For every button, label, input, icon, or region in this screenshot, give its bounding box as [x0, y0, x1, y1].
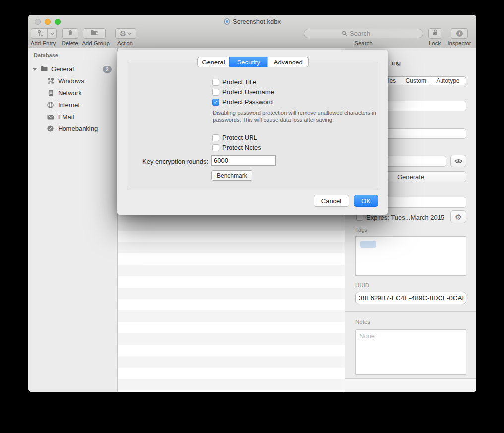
protect-notes-checkbox[interactable] [212, 144, 219, 151]
window-title-area: Screenshot.kdbx [28, 18, 476, 25]
info-icon: i [456, 30, 463, 37]
protect-title-label: Protect Title [222, 78, 256, 86]
delete-button[interactable] [62, 28, 78, 39]
protect-url-row: Protect URL [212, 134, 257, 141]
inspector-tabs: Files Custom Autotype [377, 76, 466, 85]
sidebar-item-label: Homebanking [58, 125, 98, 132]
envelope-icon [47, 113, 55, 122]
inspector-footer [345, 378, 476, 392]
folder-icon [40, 65, 48, 74]
sidebar-item-label: Network [58, 89, 82, 97]
search-label: Search [304, 40, 423, 46]
password-protection-warning: Disabling password protection will remov… [213, 110, 383, 123]
protect-password-row: Protect Password [212, 98, 273, 106]
tags-label: Tags [355, 227, 367, 233]
protect-url-label: Protect URL [222, 134, 257, 141]
tab-advanced[interactable]: Advanced [267, 57, 308, 67]
search-input[interactable] [350, 30, 385, 37]
tag-token[interactable] [360, 241, 376, 248]
reveal-password-button[interactable] [450, 155, 466, 167]
notes-label: Notes [355, 319, 370, 325]
document-proxy-icon [224, 18, 230, 25]
tags-field[interactable] [355, 236, 466, 276]
notes-textarea[interactable] [355, 329, 466, 375]
sidebar: Database General 2 Windows [28, 48, 118, 392]
sidebar-item-label: Internet [58, 101, 80, 109]
sidebar-item-label: EMail [58, 113, 74, 121]
globe-icon [47, 101, 54, 111]
protect-title-checkbox[interactable] [212, 79, 219, 86]
folder-plus-icon [90, 29, 98, 38]
protect-title-row: Protect Title [212, 78, 256, 86]
trash-icon [67, 29, 74, 38]
protect-password-label: Protect Password [222, 98, 273, 106]
uuid-label: UUID [355, 282, 369, 288]
percent-icon [47, 125, 54, 134]
expires-settings-button[interactable]: ⚙ [450, 210, 466, 223]
sidebar-item-general[interactable]: General 2 [28, 63, 117, 75]
gear-icon: ⚙ [455, 213, 461, 221]
tab-autotype[interactable]: Autotype [430, 77, 466, 85]
protect-url-checkbox[interactable] [212, 134, 219, 141]
action-button[interactable]: ⚙ [115, 28, 136, 39]
gear-icon: ⚙ [120, 30, 126, 37]
protect-username-label: Protect Username [222, 88, 274, 96]
add-entry-button[interactable] [31, 28, 57, 39]
dialog-tabs: General Security Advanced [197, 57, 309, 67]
inspector-label: Inspector [447, 40, 472, 46]
key-encryption-rounds-input[interactable] [211, 155, 276, 166]
sidebar-item-network[interactable]: Network [28, 87, 117, 99]
server-icon [47, 89, 54, 99]
protect-notes-row: Protect Notes [212, 144, 261, 151]
unlocked-padlock-icon [432, 29, 439, 38]
lock-button[interactable] [428, 28, 441, 39]
chevron-down-icon [128, 32, 132, 35]
tab-custom[interactable]: Custom [402, 77, 430, 85]
sidebar-item-homebanking[interactable]: Homebanking [28, 123, 117, 135]
add-entry-label: Add Entry [28, 40, 58, 46]
action-label: Action [112, 40, 138, 46]
window-title: Screenshot.kdbx [233, 18, 281, 25]
protect-notes-label: Protect Notes [222, 144, 261, 151]
inspector-button[interactable]: i [451, 28, 468, 39]
expires-checkbox[interactable] [356, 214, 363, 221]
sidebar-item-internet[interactable]: Internet [28, 99, 117, 111]
inspector-title-fragment: ing [392, 59, 401, 66]
protect-username-row: Protect Username [212, 88, 274, 96]
expires-label: Expires: Tues...March 2015 [366, 214, 444, 221]
windows-network-icon [47, 77, 55, 87]
cancel-button[interactable]: Cancel [314, 195, 349, 207]
sidebar-header: Database [34, 52, 58, 58]
search-icon [341, 30, 348, 37]
benchmark-button[interactable]: Benchmark [211, 170, 252, 181]
delete-label: Delete [60, 40, 80, 46]
protect-username-checkbox[interactable] [212, 89, 219, 96]
add-entry-dropdown-arrow-icon[interactable] [48, 32, 56, 35]
count-badge: 2 [103, 66, 112, 73]
tab-general[interactable]: General [198, 57, 229, 67]
sidebar-item-label: General [51, 65, 74, 73]
tab-security[interactable]: Security [229, 57, 268, 67]
eye-icon [454, 158, 463, 164]
sidebar-item-email[interactable]: EMail [28, 111, 117, 123]
sidebar-item-windows[interactable]: Windows [28, 75, 117, 87]
divider [345, 311, 476, 312]
disclosure-triangle-icon[interactable] [32, 68, 37, 71]
key-encryption-rounds-label: Key encryption rounds: [122, 158, 208, 165]
lock-label: Lock [424, 40, 445, 46]
titlebar-toolbar: Screenshot.kdbx Add Entry [28, 15, 476, 49]
add-group-button[interactable] [83, 28, 106, 39]
protect-password-checkbox[interactable] [212, 99, 219, 106]
add-group-label: Add Group [81, 40, 111, 46]
sidebar-item-label: Windows [58, 77, 84, 85]
uuid-input[interactable] [356, 292, 466, 304]
search-field[interactable] [304, 29, 423, 38]
database-settings-dialog: General Security Advanced Protect Title … [117, 50, 388, 215]
ok-button[interactable]: OK [354, 195, 378, 207]
uuid-field-wrap [355, 292, 466, 304]
key-plus-icon [31, 30, 47, 37]
